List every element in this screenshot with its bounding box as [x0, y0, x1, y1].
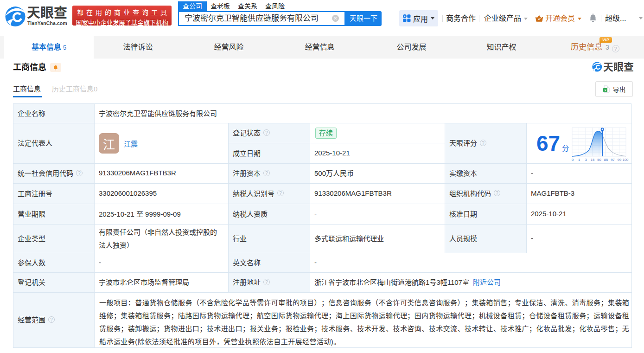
- svg-text:97: 97: [611, 158, 614, 162]
- svg-text:15: 15: [591, 158, 594, 162]
- svg-text:1: 1: [578, 158, 580, 162]
- svg-text:3: 3: [585, 158, 587, 162]
- svg-text:50: 50: [597, 158, 601, 162]
- svg-text:99: 99: [618, 158, 621, 162]
- svg-text:0: 0: [572, 158, 574, 162]
- svg-text:85: 85: [604, 158, 608, 162]
- svg-text:x: x: [604, 89, 606, 92]
- svg-text:100: 100: [623, 158, 629, 162]
